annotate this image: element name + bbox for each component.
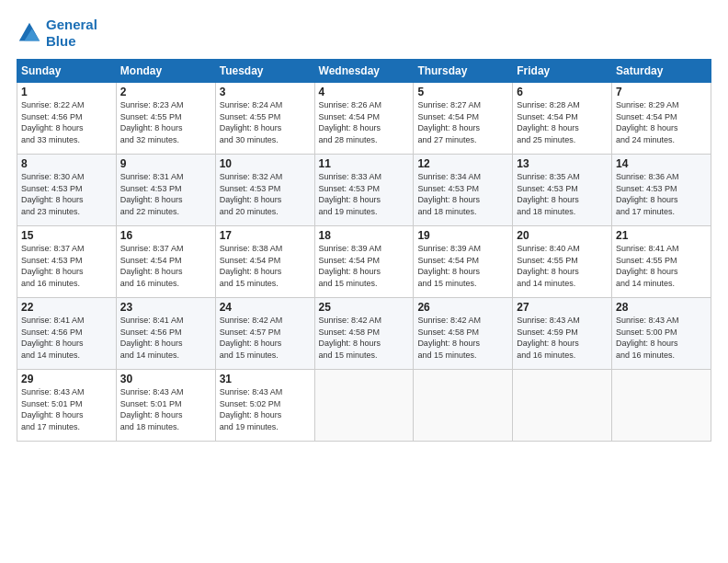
day-info: Sunrise: 8:32 AMSunset: 4:53 PMDaylight:…	[220, 172, 283, 216]
table-row: 6Sunrise: 8:28 AMSunset: 4:54 PMDaylight…	[513, 83, 612, 155]
table-row	[612, 370, 711, 442]
table-row: 25Sunrise: 8:42 AMSunset: 4:58 PMDayligh…	[314, 298, 414, 370]
calendar-week-row: 22Sunrise: 8:41 AMSunset: 4:56 PMDayligh…	[17, 298, 711, 370]
day-number: 15	[21, 229, 112, 242]
calendar-header-row: Sunday Monday Tuesday Wednesday Thursday…	[17, 60, 711, 83]
day-info: Sunrise: 8:43 AMSunset: 5:01 PMDaylight:…	[120, 387, 184, 431]
day-info: Sunrise: 8:42 AMSunset: 4:58 PMDaylight:…	[417, 316, 481, 360]
day-number: 5	[417, 86, 508, 98]
table-row: 24Sunrise: 8:42 AMSunset: 4:57 PMDayligh…	[215, 298, 314, 370]
header-saturday: Saturday	[612, 60, 711, 83]
day-info: Sunrise: 8:41 AMSunset: 4:56 PMDaylight:…	[21, 316, 85, 360]
day-info: Sunrise: 8:34 AMSunset: 4:53 PMDaylight:…	[417, 172, 481, 216]
header-monday: Monday	[116, 60, 215, 83]
day-number: 12	[417, 157, 508, 170]
day-number: 4	[319, 86, 410, 98]
table-row: 9Sunrise: 8:31 AMSunset: 4:53 PMDaylight…	[116, 155, 215, 226]
calendar-week-row: 8Sunrise: 8:30 AMSunset: 4:53 PMDaylight…	[17, 155, 711, 226]
day-number: 16	[120, 229, 211, 242]
day-number: 20	[517, 229, 608, 242]
day-info: Sunrise: 8:43 AMSunset: 4:59 PMDaylight:…	[517, 316, 580, 360]
table-row: 23Sunrise: 8:41 AMSunset: 4:56 PMDayligh…	[116, 298, 215, 370]
table-row: 4Sunrise: 8:26 AMSunset: 4:54 PMDaylight…	[314, 83, 414, 155]
day-info: Sunrise: 8:29 AMSunset: 4:54 PMDaylight:…	[616, 100, 679, 144]
logo-icon	[17, 20, 42, 46]
day-number: 13	[517, 157, 608, 170]
day-info: Sunrise: 8:39 AMSunset: 4:54 PMDaylight:…	[417, 244, 481, 288]
table-row: 3Sunrise: 8:24 AMSunset: 4:55 PMDaylight…	[215, 83, 314, 155]
day-number: 18	[319, 229, 410, 242]
calendar-week-row: 29Sunrise: 8:43 AMSunset: 5:01 PMDayligh…	[17, 370, 711, 442]
day-number: 8	[21, 157, 112, 170]
day-info: Sunrise: 8:26 AMSunset: 4:54 PMDaylight:…	[319, 100, 382, 144]
table-row: 27Sunrise: 8:43 AMSunset: 4:59 PMDayligh…	[513, 298, 612, 370]
day-info: Sunrise: 8:40 AMSunset: 4:55 PMDaylight:…	[517, 244, 580, 288]
day-info: Sunrise: 8:37 AMSunset: 4:53 PMDaylight:…	[21, 244, 85, 288]
day-info: Sunrise: 8:35 AMSunset: 4:53 PMDaylight:…	[517, 172, 580, 216]
table-row: 30Sunrise: 8:43 AMSunset: 5:01 PMDayligh…	[116, 370, 215, 442]
day-number: 7	[616, 86, 707, 98]
header: General Blue	[17, 17, 711, 50]
table-row: 2Sunrise: 8:23 AMSunset: 4:55 PMDaylight…	[116, 83, 215, 155]
day-number: 17	[220, 229, 311, 242]
day-info: Sunrise: 8:28 AMSunset: 4:54 PMDaylight:…	[517, 100, 580, 144]
day-number: 6	[517, 86, 608, 98]
day-info: Sunrise: 8:43 AMSunset: 5:01 PMDaylight:…	[21, 387, 85, 431]
day-info: Sunrise: 8:41 AMSunset: 4:55 PMDaylight:…	[616, 244, 679, 288]
calendar-week-row: 1Sunrise: 8:22 AMSunset: 4:56 PMDaylight…	[17, 83, 711, 155]
table-row	[414, 370, 513, 442]
table-row: 15Sunrise: 8:37 AMSunset: 4:53 PMDayligh…	[17, 226, 117, 298]
day-number: 27	[517, 301, 608, 314]
day-number: 26	[417, 301, 508, 314]
day-info: Sunrise: 8:43 AMSunset: 5:02 PMDaylight:…	[220, 387, 283, 431]
table-row: 7Sunrise: 8:29 AMSunset: 4:54 PMDaylight…	[612, 83, 711, 155]
day-info: Sunrise: 8:39 AMSunset: 4:54 PMDaylight:…	[319, 244, 382, 288]
day-info: Sunrise: 8:33 AMSunset: 4:53 PMDaylight:…	[319, 172, 382, 216]
table-row: 26Sunrise: 8:42 AMSunset: 4:58 PMDayligh…	[414, 298, 513, 370]
table-row: 11Sunrise: 8:33 AMSunset: 4:53 PMDayligh…	[314, 155, 414, 226]
day-number: 31	[220, 373, 311, 385]
day-info: Sunrise: 8:42 AMSunset: 4:57 PMDaylight:…	[220, 316, 283, 360]
table-row: 5Sunrise: 8:27 AMSunset: 4:54 PMDaylight…	[414, 83, 513, 155]
day-number: 21	[616, 229, 707, 242]
table-row: 8Sunrise: 8:30 AMSunset: 4:53 PMDaylight…	[17, 155, 117, 226]
table-row: 14Sunrise: 8:36 AMSunset: 4:53 PMDayligh…	[612, 155, 711, 226]
calendar-week-row: 15Sunrise: 8:37 AMSunset: 4:53 PMDayligh…	[17, 226, 711, 298]
day-info: Sunrise: 8:27 AMSunset: 4:54 PMDaylight:…	[417, 100, 481, 144]
day-info: Sunrise: 8:37 AMSunset: 4:54 PMDaylight:…	[120, 244, 184, 288]
day-number: 25	[319, 301, 410, 314]
table-row: 28Sunrise: 8:43 AMSunset: 5:00 PMDayligh…	[612, 298, 711, 370]
day-number: 19	[417, 229, 508, 242]
table-row: 19Sunrise: 8:39 AMSunset: 4:54 PMDayligh…	[414, 226, 513, 298]
table-row: 10Sunrise: 8:32 AMSunset: 4:53 PMDayligh…	[215, 155, 314, 226]
day-number: 23	[120, 301, 211, 314]
day-info: Sunrise: 8:42 AMSunset: 4:58 PMDaylight:…	[319, 316, 382, 360]
header-sunday: Sunday	[17, 60, 117, 83]
table-row	[513, 370, 612, 442]
day-number: 24	[220, 301, 311, 314]
table-row: 20Sunrise: 8:40 AMSunset: 4:55 PMDayligh…	[513, 226, 612, 298]
day-info: Sunrise: 8:38 AMSunset: 4:54 PMDaylight:…	[220, 244, 283, 288]
table-row: 18Sunrise: 8:39 AMSunset: 4:54 PMDayligh…	[314, 226, 414, 298]
table-row: 31Sunrise: 8:43 AMSunset: 5:02 PMDayligh…	[215, 370, 314, 442]
header-wednesday: Wednesday	[314, 60, 414, 83]
logo: General Blue	[17, 17, 97, 50]
calendar-table: Sunday Monday Tuesday Wednesday Thursday…	[17, 59, 711, 442]
table-row	[314, 370, 414, 442]
day-number: 11	[319, 157, 410, 170]
day-number: 30	[120, 373, 211, 385]
header-friday: Friday	[513, 60, 612, 83]
day-number: 3	[220, 86, 311, 98]
day-number: 2	[120, 86, 211, 98]
day-info: Sunrise: 8:43 AMSunset: 5:00 PMDaylight:…	[616, 316, 679, 360]
table-row: 16Sunrise: 8:37 AMSunset: 4:54 PMDayligh…	[116, 226, 215, 298]
table-row: 29Sunrise: 8:43 AMSunset: 5:01 PMDayligh…	[17, 370, 117, 442]
day-number: 29	[21, 373, 112, 385]
page: General Blue Sunday Monday Tuesday Wedne…	[0, 0, 728, 563]
header-tuesday: Tuesday	[215, 60, 314, 83]
day-info: Sunrise: 8:24 AMSunset: 4:55 PMDaylight:…	[220, 100, 283, 144]
day-number: 10	[220, 157, 311, 170]
day-info: Sunrise: 8:31 AMSunset: 4:53 PMDaylight:…	[120, 172, 184, 216]
day-info: Sunrise: 8:36 AMSunset: 4:53 PMDaylight:…	[616, 172, 679, 216]
day-info: Sunrise: 8:23 AMSunset: 4:55 PMDaylight:…	[120, 100, 184, 144]
